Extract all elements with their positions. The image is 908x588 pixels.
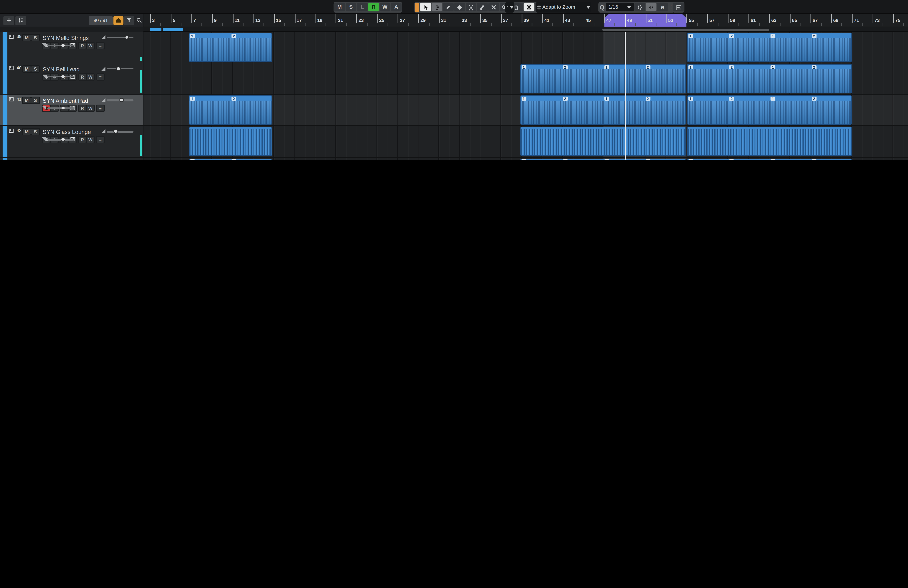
track-name[interactable]: SYN Bell Lead	[43, 66, 79, 72]
filter-track-types-icon[interactable]	[124, 16, 134, 25]
event-alignment-button[interactable]	[673, 3, 684, 11]
volume-track[interactable]	[107, 68, 134, 70]
pan-track[interactable]	[47, 76, 74, 78]
project-overview-line[interactable]	[143, 27, 908, 32]
add-track-button[interactable]	[3, 16, 14, 25]
volume-slider[interactable]	[101, 34, 133, 41]
arrange-track-lane[interactable]: 121212	[143, 32, 908, 63]
glue-tool[interactable]	[477, 3, 488, 11]
track-row[interactable]: 41MSSYN Ambient PadeRW≡	[0, 95, 143, 126]
pan-slider[interactable]	[42, 42, 74, 49]
erase-tool[interactable]	[454, 3, 465, 11]
arrange-track-lane[interactable]: 1212121212	[143, 158, 908, 160]
track-presets-button[interactable]	[15, 16, 26, 25]
automation-r-button[interactable]: R	[368, 3, 379, 11]
find-track-icon[interactable]	[135, 16, 143, 25]
mute-button[interactable]: M	[23, 129, 31, 135]
midi-clip[interactable]	[687, 127, 852, 156]
midi-clip[interactable]: 12	[189, 33, 272, 62]
read-automation-button[interactable]: R	[79, 42, 86, 48]
automation-m-button[interactable]: M	[334, 3, 345, 11]
midi-clip[interactable]: 1212	[520, 158, 686, 160]
read-automation-button[interactable]: R	[79, 105, 86, 111]
volume-track[interactable]	[107, 37, 134, 38]
split-tool[interactable]	[465, 3, 477, 11]
overview-visible-range[interactable]	[602, 29, 769, 30]
midi-clip[interactable]: 1212	[687, 95, 852, 125]
audio-warp-button[interactable]	[646, 3, 657, 11]
arrange-track-lane[interactable]: 1212121212	[143, 95, 908, 126]
midi-clip[interactable]	[189, 127, 272, 156]
track-visibility-agent-icon[interactable]	[113, 16, 123, 25]
volume-slider[interactable]	[101, 160, 133, 160]
midi-clip[interactable]: 12	[189, 95, 272, 125]
read-automation-button[interactable]: R	[79, 74, 86, 80]
midi-clip[interactable]: 1212	[687, 158, 852, 160]
automation-w-button[interactable]: W	[380, 3, 390, 11]
solo-button[interactable]: S	[31, 129, 39, 135]
write-automation-button[interactable]: W	[87, 74, 94, 80]
pan-slider[interactable]	[42, 105, 74, 112]
arrange-area[interactable]: 1212121212121212121212121212121212	[143, 32, 908, 160]
pan-track[interactable]	[47, 139, 74, 141]
volume-track[interactable]	[107, 99, 134, 101]
track-name[interactable]: SYN Ambient Pad	[43, 97, 88, 104]
automation-s-button[interactable]: S	[346, 3, 356, 11]
ruler-tick	[666, 14, 667, 22]
track-row[interactable]: 40MSSYN Bell LeadeRW≡	[0, 63, 143, 95]
clip-pattern-label: 1	[688, 159, 693, 160]
mute-tool[interactable]	[488, 3, 499, 11]
volume-track[interactable]	[107, 131, 134, 133]
midi-clip[interactable]	[520, 127, 686, 156]
track-options-icon[interactable]: ≡	[97, 137, 104, 143]
playhead-line[interactable]	[625, 32, 626, 160]
write-automation-button[interactable]: W	[87, 137, 94, 143]
volume-slider[interactable]	[101, 66, 133, 72]
midi-clip[interactable]: 1212	[687, 64, 852, 93]
automation-a-button[interactable]: A	[391, 3, 402, 11]
playhead-marker[interactable]	[625, 14, 626, 27]
mute-button[interactable]: M	[23, 98, 31, 103]
automation-l-button[interactable]: L	[357, 3, 367, 11]
tool-group-handle[interactable]	[415, 2, 419, 11]
timeline-ruler[interactable]: 3579111315171921232527293133353739414345…	[143, 14, 908, 27]
mute-button[interactable]: M	[23, 66, 31, 72]
arrange-track-lane[interactable]	[143, 126, 908, 158]
midi-clip[interactable]: 1212	[520, 95, 686, 125]
arrange-track-lane[interactable]: 12121212	[143, 63, 908, 95]
draw-tool[interactable]	[443, 3, 454, 11]
track-visibility-counter[interactable]: 90 / 91	[89, 16, 113, 25]
midi-clip[interactable]: 1212	[520, 64, 686, 93]
control-room-dropdown[interactable]: ◔	[505, 2, 514, 12]
solo-button[interactable]: S	[31, 98, 39, 103]
quantize-dropdown[interactable]: 1/16	[606, 3, 634, 11]
track-name[interactable]: SYN Glass Lounge	[43, 129, 91, 135]
range-selection-tool[interactable]	[431, 3, 443, 11]
track-options-icon[interactable]: ≡	[97, 42, 104, 48]
grid-type-dropdown[interactable]: Adapt to Zoom	[536, 2, 591, 12]
iterative-quantize-button[interactable]	[634, 3, 645, 11]
write-automation-button[interactable]: W	[87, 42, 94, 48]
quantize-panel-button[interactable]: e	[657, 3, 668, 11]
object-selection-tool[interactable]	[420, 3, 431, 11]
read-automation-button[interactable]: R	[79, 137, 86, 143]
track-options-icon[interactable]: ≡	[97, 105, 104, 111]
pan-slider[interactable]	[42, 136, 74, 143]
track-options-icon[interactable]: ≡	[97, 74, 104, 80]
track-row[interactable]: 42MSSYN Glass LoungeeRW≡	[0, 126, 143, 158]
snap-button[interactable]	[524, 3, 534, 11]
pan-track[interactable]	[47, 45, 74, 46]
mute-button[interactable]: M	[23, 35, 31, 41]
track-row[interactable]: 39MSSYN Mello StringseRW≡	[0, 32, 143, 63]
volume-slider[interactable]	[101, 128, 133, 135]
pan-track[interactable]	[47, 107, 74, 109]
track-row[interactable]: 43MSSYN Soft LeadeRW≡	[0, 158, 143, 160]
volume-slider[interactable]	[101, 97, 133, 104]
write-automation-button[interactable]: W	[87, 105, 94, 111]
track-name[interactable]: SYN Mello Strings	[43, 34, 89, 41]
solo-button[interactable]: S	[31, 35, 39, 41]
pan-slider[interactable]	[42, 74, 74, 80]
midi-clip[interactable]: 1212	[687, 33, 852, 62]
midi-clip[interactable]: 12	[189, 158, 272, 160]
solo-button[interactable]: S	[31, 66, 39, 72]
